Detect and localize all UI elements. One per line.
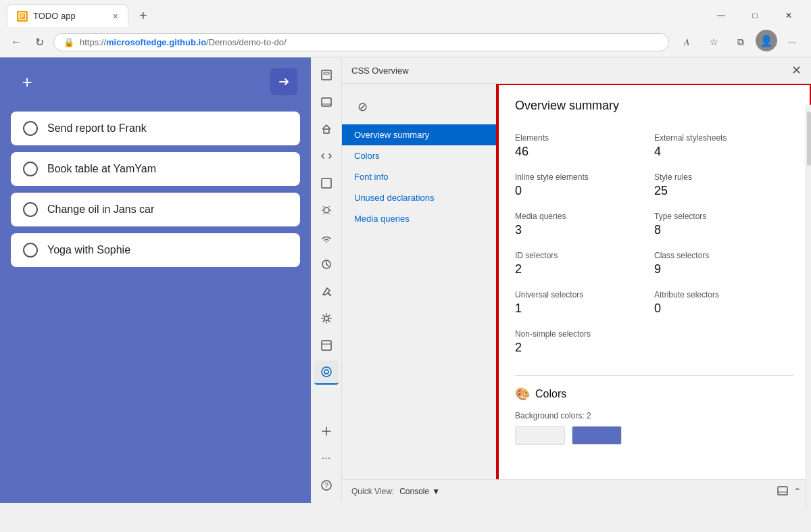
stat-external-stylesheets: External stylesheets 4: [654, 126, 793, 166]
svg-rect-8: [324, 129, 329, 133]
tab-favicon: [17, 11, 28, 22]
tab-title: TODO app: [33, 11, 76, 21]
stat-type-label: Type selectors: [654, 212, 793, 221]
collections-btn[interactable]: ⧉: [729, 30, 753, 54]
todo-nav-btn[interactable]: [270, 68, 297, 95]
stat-media-label: Media queries: [515, 212, 654, 221]
css-nav-font-info[interactable]: Font info: [342, 166, 496, 187]
network-icon-btn[interactable]: [314, 171, 339, 195]
todo-item[interactable]: Yoga with Sophie: [11, 233, 300, 267]
paint-icon-btn[interactable]: [314, 279, 339, 304]
title-bar: TODO app × + — □ ✕: [0, 0, 811, 27]
new-tab-btn[interactable]: +: [134, 8, 153, 24]
css-overview-icon-btn[interactable]: [314, 360, 339, 385]
wifi-icon-btn[interactable]: [314, 225, 339, 249]
home-icon-btn[interactable]: [314, 117, 339, 141]
bottom-right-actions: ⌃: [777, 485, 802, 498]
refresh-btn[interactable]: ↻: [31, 33, 48, 51]
css-nav-unused[interactable]: Unused declarations: [342, 187, 496, 208]
svg-rect-4: [322, 70, 331, 80]
svg-text:?: ?: [324, 481, 328, 489]
address-host: https://: [80, 37, 106, 47]
todo-add-btn[interactable]: +: [14, 68, 41, 95]
inspect-icon-btn[interactable]: [314, 63, 339, 87]
css-nav-colors[interactable]: Colors: [342, 145, 496, 166]
color-swatch[interactable]: [572, 426, 622, 445]
css-refresh-btn[interactable]: ⊘: [350, 95, 374, 119]
stat-universal-label: Universal selectors: [515, 290, 654, 299]
main-area: + Send report to Frank Book table at Yam…: [0, 57, 811, 503]
read-aloud-btn[interactable]: 𝐴: [674, 30, 699, 54]
todo-item[interactable]: Change oil in Jans car: [11, 193, 300, 226]
stat-inline-label: Inline style elements: [515, 172, 654, 182]
devtools-close-btn[interactable]: ✕: [791, 63, 802, 78]
stat-nonsimple-value: 2: [515, 341, 654, 355]
todo-item-text: Change oil in Jans car: [47, 203, 154, 216]
stat-non-simple-selectors: Non-simple selectors 2: [515, 322, 654, 362]
device-icon-btn[interactable]: [314, 90, 339, 114]
window-controls: — □ ✕: [706, 5, 804, 26]
close-btn[interactable]: ✕: [773, 5, 804, 26]
section-divider: [515, 375, 793, 376]
dock-btn[interactable]: [777, 485, 788, 498]
tab-close-btn[interactable]: ×: [113, 11, 118, 22]
code-icon-btn[interactable]: [314, 144, 339, 168]
stat-inline-value: 0: [515, 184, 654, 198]
stat-universal-value: 1: [515, 301, 654, 316]
settings-icon-btn[interactable]: [314, 306, 339, 331]
stat-elements-value: 46: [515, 145, 654, 159]
todo-checkbox[interactable]: [23, 202, 38, 217]
todo-item-text: Send report to Frank: [47, 122, 147, 135]
todo-items-list: Send report to Frank Book table at YamYa…: [0, 106, 311, 272]
minimize-btn[interactable]: —: [706, 5, 737, 26]
stat-media-queries: Media queries 3: [515, 205, 654, 244]
colors-section: 🎨 Colors Background colors: 2: [515, 387, 793, 445]
palette-icon: 🎨: [515, 387, 530, 402]
todo-item[interactable]: Book table at YamYam: [11, 152, 300, 186]
bug-icon-btn[interactable]: [314, 198, 339, 222]
todo-app: + Send report to Frank Book table at Yam…: [0, 57, 311, 503]
nav-bar: ← ↻ 🔒 https://microsoftedge.github.io/De…: [0, 27, 811, 57]
browser-tab[interactable]: TODO app ×: [7, 4, 128, 27]
svg-rect-15: [322, 341, 331, 350]
profile-btn[interactable]: 👤: [756, 30, 777, 51]
svg-point-11: [326, 241, 327, 243]
console-select[interactable]: Console ▼: [399, 487, 440, 496]
svg-rect-6: [322, 98, 331, 106]
color-swatches: [515, 426, 793, 445]
maximize-btn[interactable]: □: [739, 5, 770, 26]
css-nav-overview[interactable]: Overview summary: [342, 124, 496, 145]
stat-elements-label: Elements: [515, 133, 654, 143]
browser-chrome: TODO app × + — □ ✕ ← ↻ 🔒 https://microso…: [0, 0, 811, 57]
stat-class-value: 9: [654, 262, 793, 276]
panel-icon-btn[interactable]: [314, 333, 339, 358]
stat-attribute-value: 0: [654, 301, 793, 316]
back-btn[interactable]: ←: [7, 33, 26, 51]
css-nav-media[interactable]: Media queries: [342, 208, 496, 229]
address-bar[interactable]: 🔒 https://microsoftedge.github.io/Demos/…: [53, 33, 669, 51]
overview-title: Overview summary: [515, 99, 793, 113]
favorites-btn[interactable]: ☆: [702, 30, 726, 54]
todo-item[interactable]: Send report to Frank: [11, 112, 300, 145]
devtools-sidebar: ··· ?: [311, 57, 342, 503]
quick-view-label: Quick View:: [351, 487, 394, 496]
console-label: Console: [399, 487, 429, 496]
todo-checkbox[interactable]: [23, 243, 38, 258]
css-nav: ⊘ Overview summary Colors Font info Unus…: [342, 84, 497, 479]
todo-checkbox[interactable]: [23, 162, 38, 176]
devtools-panel-title: CSS Overview: [351, 66, 409, 76]
stat-attribute-label: Attribute selectors: [654, 290, 793, 299]
dropdown-icon: ▼: [432, 487, 440, 496]
add-tool-btn[interactable]: [314, 419, 339, 443]
more-options-btn[interactable]: ···: [314, 446, 339, 470]
color-swatch[interactable]: [515, 426, 565, 445]
expand-btn[interactable]: ⌃: [793, 485, 802, 498]
stat-nonsimple-label: Non-simple selectors: [515, 329, 654, 339]
memory-icon-btn[interactable]: [314, 252, 339, 276]
help-btn[interactable]: ?: [314, 473, 339, 498]
devtools-header: CSS Overview ✕: [342, 57, 811, 84]
todo-checkbox[interactable]: [23, 121, 38, 136]
settings-menu-btn[interactable]: ···: [780, 30, 804, 54]
svg-line-13: [328, 293, 330, 295]
address-path: /Demos/demo-to-do/: [206, 37, 287, 47]
